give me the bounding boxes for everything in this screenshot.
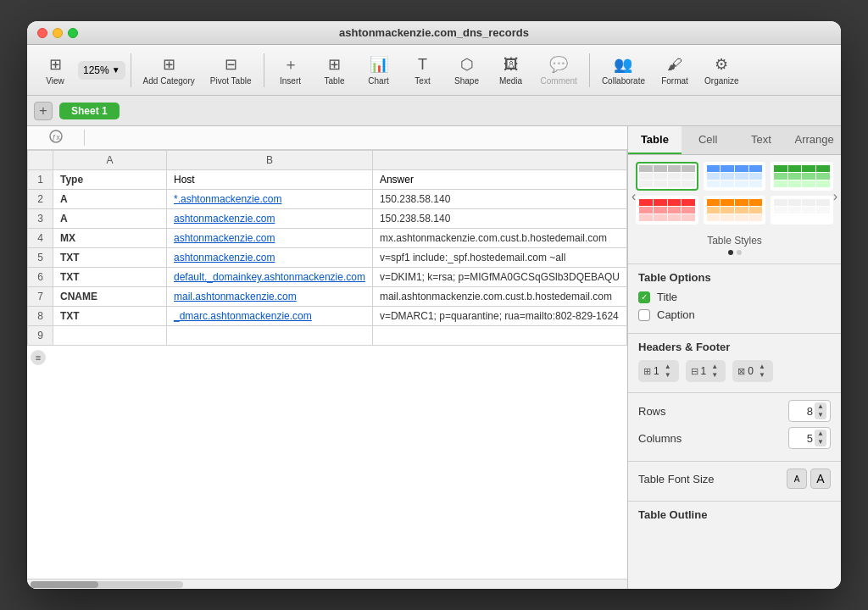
cols-stepper[interactable]: ▲ ▼ <box>815 430 826 446</box>
header-cols-down[interactable]: ▼ <box>709 371 721 380</box>
header-rows-stepper[interactable]: ▲ ▼ <box>662 363 674 380</box>
rows-up[interactable]: ▲ <box>815 402 826 411</box>
tab-arrange[interactable]: Arrange <box>787 126 841 154</box>
style-gray[interactable] <box>771 196 832 225</box>
zoom-chevron-icon: ▼ <box>112 65 120 75</box>
format-button[interactable]: 🖌 Format <box>654 51 696 89</box>
add-sheet-button[interactable]: + <box>34 102 53 120</box>
scrollbar-thumb[interactable] <box>31 581 98 588</box>
add-category-button[interactable]: ⊞ Add Category <box>136 51 202 89</box>
rows-field[interactable]: 8 ▲ ▼ <box>788 400 831 422</box>
pivot-table-button[interactable]: ⊟ Pivot Table <box>203 51 259 89</box>
media-button[interactable]: 🖼 Media <box>490 51 532 89</box>
cell-type-3[interactable]: A <box>53 209 167 229</box>
collaborate-icon: 👥 <box>613 54 633 75</box>
caption-checkbox[interactable] <box>638 309 650 321</box>
rows-down[interactable]: ▼ <box>815 411 826 419</box>
font-size-section: Table Font Size A A <box>628 461 841 501</box>
rows-stepper[interactable]: ▲ ▼ <box>815 402 826 419</box>
cell-type-5[interactable]: TXT <box>53 248 167 268</box>
table-row: 3 A ashtonmackenzie.com 150.238.58.140 <box>28 209 627 229</box>
cell-host-4[interactable]: ashtonmackenzie.com <box>167 229 373 248</box>
styles-next-button[interactable]: › <box>833 189 837 204</box>
cell-answer-3[interactable]: 150.238.58.140 <box>372 209 626 229</box>
cell-answer-5[interactable]: v=spf1 include:_spf.hostedemail.com ~all <box>372 248 626 268</box>
tab-table[interactable]: Table <box>628 126 682 154</box>
cell-type-4[interactable]: MX <box>53 229 167 248</box>
table-styles-label: Table Styles <box>628 235 841 247</box>
comment-icon: 💬 <box>548 54 569 75</box>
title-checkbox[interactable] <box>638 291 650 303</box>
cell-type-8[interactable]: TXT <box>53 307 167 326</box>
cell-answer-6[interactable]: v=DKIM1; k=rsa; p=MIGfMA0GCSqGSlb3DQEBAQ… <box>372 268 626 287</box>
corner-header <box>28 151 53 170</box>
organize-button[interactable]: ⚙ Organize <box>698 51 746 89</box>
maximize-button[interactable] <box>68 28 78 38</box>
table-row: 6 TXT default._domainkey.ashtonmackenzie… <box>28 268 627 287</box>
tab-cell[interactable]: Cell <box>682 126 735 154</box>
close-button[interactable] <box>37 28 47 38</box>
comment-button[interactable]: 💬 Comment <box>534 51 584 89</box>
style-orange[interactable] <box>704 196 765 225</box>
media-label: Media <box>499 76 522 86</box>
shape-button[interactable]: ⬡ Shape <box>446 51 488 89</box>
cell-host-3[interactable]: ashtonmackenzie.com <box>167 209 373 229</box>
zoom-control[interactable]: 125% ▼ <box>78 61 125 80</box>
header-cols-stepper[interactable]: ▲ ▼ <box>709 363 721 380</box>
cell-host-6[interactable]: default._domainkey.ashtonmackenzie.com <box>167 268 373 287</box>
cell-host-8[interactable]: _dmarc.ashtonmackenzie.com <box>167 307 373 326</box>
header-host[interactable]: Host <box>167 170 373 190</box>
collaborate-button[interactable]: 👥 Collaborate <box>595 51 652 89</box>
row-num-2: 2 <box>28 190 53 209</box>
table-row: 2 A *.ashtonmackenzie.com 150.238.58.140 <box>28 190 627 209</box>
cols-field[interactable]: 5 ▲ ▼ <box>788 427 831 449</box>
add-row-button[interactable]: ≡ <box>31 350 46 365</box>
table-button[interactable]: ⊞ Table <box>314 51 356 89</box>
separator-2 <box>264 53 264 87</box>
cell-host-5[interactable]: ashtonmackenzie.com <box>167 248 373 268</box>
cell-answer-4[interactable]: mx.ashtonmackenzie.com.cust.b.hostedemai… <box>372 229 626 248</box>
insert-button[interactable]: ＋ Insert <box>270 51 312 89</box>
tab-text[interactable]: Text <box>735 126 788 154</box>
footer-rows-up[interactable]: ▲ <box>756 363 768 371</box>
cell-host-7[interactable]: mail.ashtonmackenzie.com <box>167 287 373 307</box>
styles-pagination <box>628 250 841 255</box>
footer-rows-stepper[interactable]: ▲ ▼ <box>756 363 768 380</box>
sheet-tab-1[interactable]: Sheet 1 <box>59 103 120 119</box>
cell-type-2[interactable]: A <box>53 190 167 209</box>
font-size-large-button[interactable]: A <box>810 469 831 489</box>
cols-down[interactable]: ▼ <box>815 438 826 446</box>
toolbar: ⊞ View 125% ▼ ⊞ Add Category ⊟ Pivot Tab… <box>27 45 841 96</box>
header-cols-up[interactable]: ▲ <box>709 363 721 371</box>
insert-label: Insert <box>280 76 301 86</box>
cell-answer-7[interactable]: mail.ashtonmackenzie.com.cust.b.hostedem… <box>372 287 626 307</box>
chart-button[interactable]: 📊 Chart <box>358 51 400 89</box>
cell-answer-2[interactable]: 150.238.58.140 <box>372 190 626 209</box>
horizontal-scrollbar[interactable] <box>27 579 627 589</box>
table-row: 4 MX ashtonmackenzie.com mx.ashtonmacken… <box>28 229 627 248</box>
sheet-content[interactable]: A B 1 Type Host Answer 2 <box>27 150 627 579</box>
style-blue[interactable] <box>704 162 765 191</box>
view-button[interactable]: ⊞ View <box>34 51 76 89</box>
cols-up[interactable]: ▲ <box>815 430 826 438</box>
sheets-row: + Sheet 1 <box>27 96 841 126</box>
right-panel: Table Cell Text Arrange ‹ <box>627 126 841 589</box>
minimize-button[interactable] <box>53 28 63 38</box>
footer-rows-down[interactable]: ▼ <box>756 371 768 380</box>
style-red[interactable] <box>636 196 698 225</box>
cell-type-6[interactable]: TXT <box>53 268 167 287</box>
header-type[interactable]: Type <box>53 170 167 190</box>
style-green[interactable] <box>771 162 832 191</box>
view-label: View <box>46 76 64 86</box>
header-rows-up[interactable]: ▲ <box>662 363 674 371</box>
row-num-7: 7 <box>28 287 53 307</box>
text-button[interactable]: T Text <box>402 51 444 89</box>
cell-type-7[interactable]: CNAME <box>53 287 167 307</box>
cell-answer-8[interactable]: v=DMARC1; p=quarantine; rua=mailto:802-8… <box>372 307 626 326</box>
header-answer[interactable]: Answer <box>372 170 626 190</box>
style-plain[interactable] <box>636 162 698 191</box>
cell-host-2[interactable]: *.ashtonmackenzie.com <box>167 190 373 209</box>
spreadsheet-table: A B 1 Type Host Answer 2 <box>27 150 627 346</box>
header-rows-down[interactable]: ▼ <box>662 371 674 380</box>
font-size-small-button[interactable]: A <box>787 469 807 489</box>
